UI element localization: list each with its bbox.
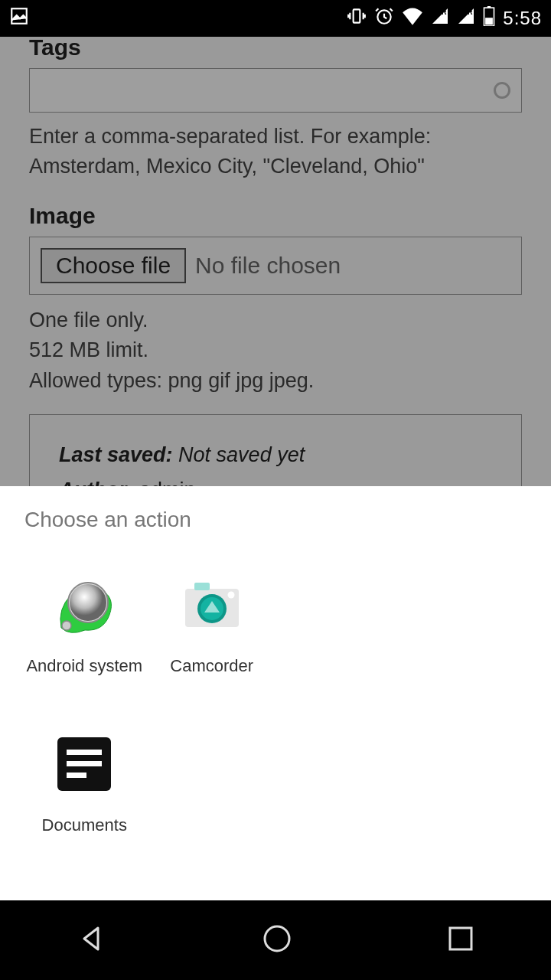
action-documents[interactable]: Documents — [24, 722, 145, 866]
battery-icon — [483, 6, 495, 31]
svg-text:R: R — [468, 8, 474, 16]
svg-point-20 — [265, 926, 289, 951]
svg-point-10 — [62, 621, 71, 630]
action-camcorder[interactable]: Camcorder — [152, 563, 272, 707]
alarm-icon — [374, 6, 394, 31]
navigation-bar — [0, 900, 551, 980]
svg-rect-12 — [194, 583, 210, 590]
svg-rect-21 — [450, 928, 471, 949]
svg-rect-19 — [67, 773, 86, 778]
svg-rect-17 — [67, 750, 102, 755]
camcorder-icon — [178, 570, 246, 639]
svg-point-9 — [70, 584, 106, 621]
modal-dimmer[interactable] — [0, 37, 551, 486]
home-button[interactable] — [261, 923, 293, 958]
svg-rect-7 — [485, 18, 493, 24]
svg-rect-18 — [67, 761, 102, 766]
svg-point-13 — [227, 592, 234, 599]
vibrate-icon — [347, 6, 367, 31]
recent-apps-button[interactable] — [447, 925, 474, 956]
sheet-title: Choose an action — [24, 508, 527, 532]
signal-icon-2: R — [457, 7, 475, 30]
action-sheet: Choose an action Android system — [0, 486, 551, 900]
action-label: Android system — [26, 656, 142, 676]
status-bar: R R 5:58 — [0, 0, 551, 37]
gallery-icon — [9, 6, 29, 31]
clock-text: 5:58 — [503, 8, 542, 29]
back-button[interactable] — [77, 923, 107, 957]
wifi-icon — [402, 7, 423, 30]
svg-rect-1 — [354, 9, 360, 22]
android-system-icon — [50, 570, 119, 639]
svg-text:R: R — [442, 8, 448, 16]
svg-rect-6 — [487, 6, 491, 8]
action-label: Documents — [42, 815, 127, 835]
action-android-system[interactable]: Android system — [24, 563, 145, 707]
signal-icon-1: R — [431, 7, 449, 30]
documents-icon — [50, 730, 119, 799]
action-label: Camcorder — [170, 656, 253, 676]
